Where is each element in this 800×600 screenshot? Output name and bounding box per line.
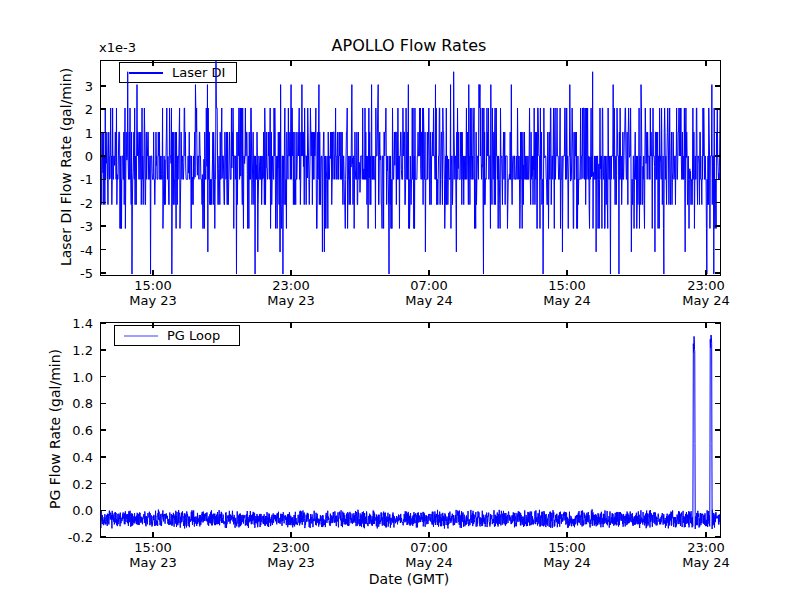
y-tick-mark	[715, 429, 720, 431]
x-tick-time: 23:00	[267, 540, 315, 555]
y-tick-mark	[715, 179, 720, 181]
x-tick-mark	[290, 532, 292, 537]
y-tick-mark	[101, 202, 106, 204]
y-tick-label: 0	[85, 148, 93, 163]
x-tick-label: 15:00May 24	[543, 540, 591, 570]
y-tick-mark	[101, 510, 106, 512]
x-tick-label: 23:00May 23	[267, 540, 315, 570]
x-tick-mark	[290, 323, 292, 328]
x-tick-mark	[705, 532, 707, 537]
y-tick-mark	[715, 108, 720, 110]
x-tick-date: May 23	[129, 293, 177, 308]
x-tick-mark	[290, 61, 292, 66]
y-tick-mark	[101, 155, 106, 157]
x-tick-time: 15:00	[129, 540, 177, 555]
x-axis-label: Date (GMT)	[369, 571, 449, 587]
x-tick-time: 23:00	[682, 540, 730, 555]
x-tick-time: 23:00	[267, 278, 315, 293]
bottom-y-axis-label: PG Flow Rate (gal/min)	[47, 349, 63, 509]
y-tick-label: 0.2	[72, 476, 93, 491]
y-tick-label: -5	[80, 265, 93, 280]
y-tick-mark	[101, 536, 106, 538]
x-tick-date: May 23	[267, 293, 315, 308]
x-tick-mark	[152, 532, 154, 537]
y-tick-mark	[101, 272, 106, 274]
y-tick-label: 1.0	[72, 369, 93, 384]
top-y-axis-label: Laser DI Flow Rate (gal/min)	[58, 68, 74, 266]
x-tick-time: 23:00	[682, 278, 730, 293]
y-tick-mark	[715, 349, 720, 351]
y-tick-mark	[715, 225, 720, 227]
y-tick-mark	[101, 108, 106, 110]
x-tick-label: 23:00May 23	[267, 278, 315, 308]
y-tick-mark	[101, 225, 106, 227]
y-tick-mark	[101, 132, 106, 134]
x-tick-mark	[428, 270, 430, 275]
x-tick-mark	[152, 61, 154, 66]
y-tick-label: 2	[85, 102, 93, 117]
y-tick-label: 0.6	[72, 423, 93, 438]
x-tick-date: May 24	[405, 293, 453, 308]
x-tick-label: 15:00May 23	[129, 278, 177, 308]
x-tick-mark	[566, 323, 568, 328]
x-tick-mark	[705, 61, 707, 66]
x-tick-mark	[705, 270, 707, 275]
y-tick-mark	[101, 322, 106, 324]
x-tick-mark	[152, 323, 154, 328]
y-tick-mark	[715, 510, 720, 512]
x-tick-mark	[290, 270, 292, 275]
x-tick-label: 15:00May 23	[129, 540, 177, 570]
x-tick-label: 23:00May 24	[682, 540, 730, 570]
y-tick-label: -3	[80, 219, 93, 234]
y-tick-mark	[715, 155, 720, 157]
y-tick-mark	[101, 376, 106, 378]
legend-label: Laser DI	[172, 65, 225, 80]
y-tick-mark	[715, 403, 720, 405]
series-line	[101, 335, 720, 529]
bottom-legend: PG Loop	[114, 325, 240, 346]
x-tick-time: 15:00	[129, 278, 177, 293]
y-tick-label: 0.0	[72, 503, 93, 518]
top-legend: Laser DI	[119, 62, 237, 83]
y-tick-mark	[715, 322, 720, 324]
x-tick-mark	[705, 323, 707, 328]
legend-line-sample	[124, 335, 158, 337]
bottom-plot-area: PG Loop 1.41.21.00.80.60.40.20.0-0.215:0…	[100, 322, 721, 538]
y-tick-mark	[101, 429, 106, 431]
series-line	[101, 61, 720, 274]
x-tick-mark	[566, 61, 568, 66]
laser-di-series-plot	[101, 61, 720, 275]
top-plot-area: Laser DI 3210-1-2-3-4-515:00May 2323:00M…	[100, 60, 721, 276]
y-tick-mark	[101, 483, 106, 485]
y-tick-mark	[715, 376, 720, 378]
y-tick-mark	[715, 456, 720, 458]
y-tick-mark	[101, 249, 106, 251]
x-tick-time: 15:00	[543, 540, 591, 555]
x-tick-mark	[566, 532, 568, 537]
y-tick-label: 1.2	[72, 342, 93, 357]
y-tick-mark	[715, 85, 720, 87]
figure: APOLLO Flow Rates x1e-3 Laser DI Flow Ra…	[0, 0, 800, 600]
x-tick-time: 15:00	[543, 278, 591, 293]
x-tick-date: May 24	[682, 555, 730, 570]
pg-loop-series-plot	[101, 323, 720, 537]
y-tick-label: 1	[85, 125, 93, 140]
chart-title: APOLLO Flow Rates	[332, 36, 487, 55]
y-tick-mark	[101, 85, 106, 87]
x-tick-label: 23:00May 24	[682, 278, 730, 308]
x-tick-mark	[428, 323, 430, 328]
y-tick-mark	[715, 202, 720, 204]
legend-line-sample	[129, 72, 163, 74]
x-tick-date: May 24	[543, 293, 591, 308]
x-tick-time: 07:00	[405, 278, 453, 293]
y-tick-label: -1	[80, 172, 93, 187]
x-tick-mark	[566, 270, 568, 275]
x-tick-date: May 24	[543, 555, 591, 570]
y-tick-label: 0.4	[72, 449, 93, 464]
y-tick-mark	[715, 483, 720, 485]
y-tick-mark	[715, 132, 720, 134]
y-tick-label: 1.4	[72, 316, 93, 331]
x-tick-date: May 23	[129, 555, 177, 570]
y-tick-mark	[101, 403, 106, 405]
x-tick-label: 07:00May 24	[405, 540, 453, 570]
